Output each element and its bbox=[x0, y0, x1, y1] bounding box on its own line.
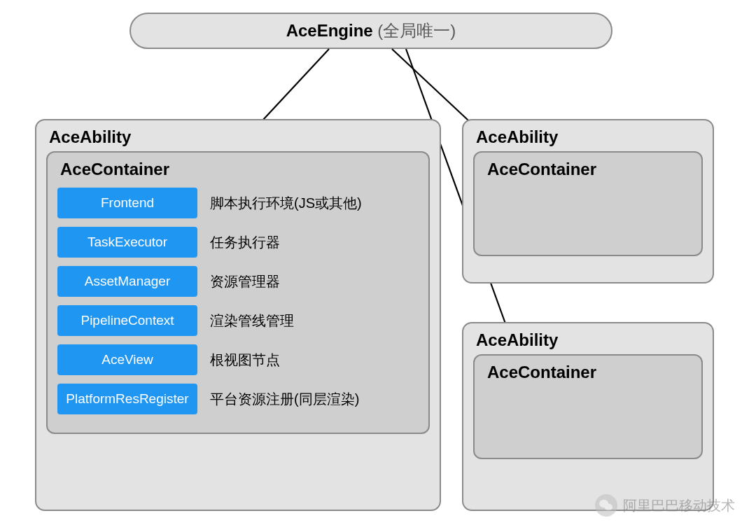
components-list: Frontend脚本执行环境(JS或其他)TaskExecutor任务执行器As… bbox=[57, 188, 419, 414]
ace-container-title: AceContainer bbox=[484, 160, 692, 179]
component-desc: 根视图节点 bbox=[210, 351, 280, 370]
ace-engine-title: AceEngine bbox=[286, 21, 373, 41]
ace-ability-top-right: AceAbility AceContainer bbox=[462, 119, 714, 284]
ace-ability-title: AceAbility bbox=[473, 127, 703, 147]
ace-engine-box: AceEngine (全局唯一) bbox=[130, 13, 612, 49]
component-desc: 脚本执行环境(JS或其他) bbox=[210, 194, 362, 213]
watermark: 阿里巴巴移动技术 bbox=[595, 494, 735, 517]
svg-point-2 bbox=[605, 504, 612, 511]
component-desc: 任务执行器 bbox=[210, 233, 280, 252]
component-desc: 渲染管线管理 bbox=[210, 312, 294, 330]
ace-container-bottom-right: AceContainer bbox=[473, 354, 703, 459]
ace-container-title: AceContainer bbox=[484, 363, 692, 382]
watermark-text: 阿里巴巴移动技术 bbox=[623, 496, 735, 515]
component-row: AssetManager资源管理器 bbox=[57, 266, 419, 297]
component-row: TaskExecutor任务执行器 bbox=[57, 227, 419, 258]
component-row: AceView根视图节点 bbox=[57, 344, 419, 375]
component-row: Frontend脚本执行环境(JS或其他) bbox=[57, 188, 419, 218]
component-row: PipelineContext渲染管线管理 bbox=[57, 305, 419, 336]
component-name-box: TaskExecutor bbox=[57, 227, 197, 258]
component-desc: 平台资源注册(同层渲染) bbox=[210, 390, 359, 409]
component-name-box: PipelineContext bbox=[57, 305, 197, 336]
ace-container-title: AceContainer bbox=[57, 160, 419, 179]
ace-container-main: AceContainer Frontend脚本执行环境(JS或其他)TaskEx… bbox=[46, 151, 430, 434]
component-name-box: AssetManager bbox=[57, 266, 197, 297]
component-name-box: Frontend bbox=[57, 188, 197, 218]
ace-ability-main: AceAbility AceContainer Frontend脚本执行环境(J… bbox=[35, 119, 441, 511]
wechat-icon bbox=[595, 494, 617, 517]
ace-ability-bottom-right: AceAbility AceContainer bbox=[462, 322, 714, 511]
component-name-box: AceView bbox=[57, 344, 197, 375]
ace-engine-note: (全局唯一) bbox=[377, 20, 456, 42]
component-row: PlatformResRegister平台资源注册(同层渲染) bbox=[57, 384, 419, 414]
component-desc: 资源管理器 bbox=[210, 272, 280, 291]
ace-container-top-right: AceContainer bbox=[473, 151, 703, 256]
ace-ability-title: AceAbility bbox=[46, 127, 430, 147]
ace-ability-title: AceAbility bbox=[473, 330, 703, 350]
component-name-box: PlatformResRegister bbox=[57, 384, 197, 414]
